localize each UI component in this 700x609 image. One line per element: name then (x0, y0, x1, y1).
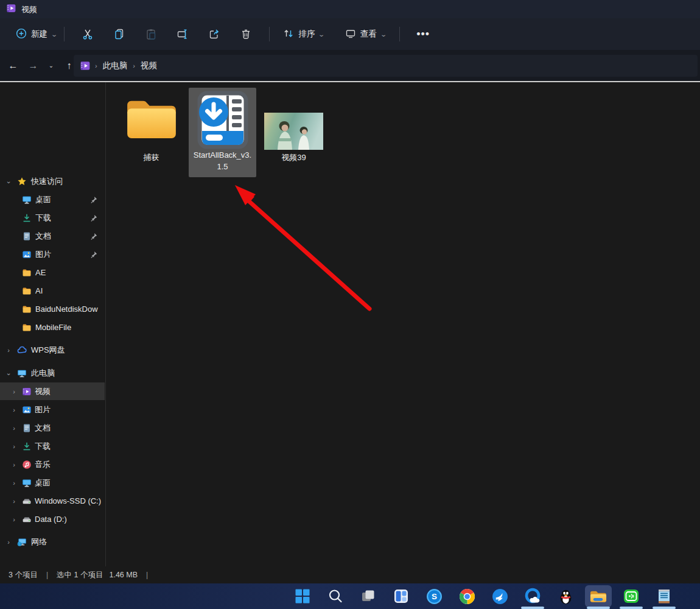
file-tile-startallback-selected[interactable]: StartAllBack_v3. 1.5 (189, 88, 256, 177)
star-icon (17, 177, 27, 186)
sidebar-item-label: 此电脑 (31, 368, 55, 379)
sidebar-item-wps-drive[interactable]: › WPS网盘 (0, 341, 105, 359)
file-tile-video39[interactable]: 视频39 (260, 88, 327, 177)
copy-button[interactable] (103, 23, 135, 46)
sidebar-item-desktop-pc[interactable]: › 桌面 (0, 474, 105, 491)
sort-button[interactable]: 排序 ⌄ (277, 23, 330, 46)
task-view-button[interactable] (352, 583, 385, 609)
taskbar-icons: S (286, 583, 681, 609)
chrome-button[interactable] (450, 583, 483, 609)
share-icon (208, 28, 220, 40)
sidebar-item-music[interactable]: › 音乐 (0, 456, 105, 473)
paste-button[interactable] (135, 23, 167, 46)
share-button[interactable] (198, 23, 230, 46)
copy-icon (113, 28, 125, 40)
qq-browser-button[interactable] (516, 583, 549, 609)
qq-button[interactable] (549, 583, 582, 609)
screen-recorder-button[interactable] (615, 583, 648, 609)
paste-icon (145, 28, 157, 40)
dingtalk-button[interactable] (483, 583, 516, 609)
forward-button[interactable]: → (24, 56, 43, 76)
chevron-collapsed-icon[interactable]: › (10, 406, 18, 414)
title-bar: 视频 (0, 0, 700, 18)
folder-icon (22, 286, 32, 296)
file-tile-capture-folder[interactable]: 捕获 (117, 88, 185, 177)
chevron-down-icon: ⌄ (380, 31, 387, 38)
toolbar-divider (399, 27, 400, 41)
sidebar-item-label: 快速访问 (31, 176, 63, 187)
cloud-icon (17, 345, 27, 355)
sidebar-item-pictures[interactable]: 图片 (0, 245, 105, 263)
sidebar-item-ai[interactable]: AI (0, 282, 105, 300)
pin-icon (90, 196, 97, 203)
chevron-collapsed-icon[interactable]: › (10, 498, 18, 505)
delete-icon (240, 28, 252, 40)
notepad-icon (656, 588, 673, 605)
downloads-icon (22, 442, 32, 451)
view-button[interactable]: 查看 ⌄ (339, 23, 392, 46)
rename-button[interactable] (167, 23, 198, 46)
delete-button[interactable] (230, 23, 262, 46)
file-name-line2: 1.5 (189, 161, 256, 172)
sidebar-item-desktop[interactable]: 桌面 (0, 191, 105, 208)
sidebar-item-label: WPS网盘 (31, 345, 65, 356)
chevron-expanded-icon[interactable]: ⌄ (5, 369, 12, 377)
status-divider: | (146, 571, 148, 579)
pictures-icon (22, 250, 32, 259)
sidebar-item-baidunetdisk[interactable]: BaiduNetdiskDow (0, 300, 105, 318)
sidebar-divider[interactable] (105, 82, 106, 566)
status-divider: | (46, 571, 48, 579)
sidebar-item-this-pc[interactable]: ⌄ 此电脑 (0, 364, 105, 382)
folder-icon (22, 323, 32, 333)
new-button[interactable]: 新建 ⌄ (16, 23, 57, 46)
chevron-collapsed-icon[interactable]: › (5, 538, 12, 546)
sidebar-item-documents[interactable]: 文档 (0, 227, 105, 245)
sidebar-item-data-d[interactable]: › Data (D:) (0, 510, 105, 528)
chevron-collapsed-icon[interactable]: › (10, 443, 18, 450)
chevron-down-icon: ⌄ (51, 31, 58, 38)
start-button[interactable] (286, 583, 319, 609)
sidebar-item-network[interactable]: › 网络 (0, 533, 105, 551)
window-tab[interactable]: 视频 (6, 3, 37, 16)
chevron-collapsed-icon[interactable]: › (10, 424, 18, 432)
sidebar-item-downloads[interactable]: 下载 (0, 209, 105, 227)
sidebar-item-pictures-pc[interactable]: › 图片 (0, 401, 105, 418)
chevron-collapsed-icon[interactable]: › (10, 388, 18, 395)
sidebar-item-downloads-pc[interactable]: › 下载 (0, 437, 105, 455)
chevron-collapsed-icon[interactable]: › (10, 461, 18, 468)
drive-icon (22, 515, 32, 524)
sidebar-item-documents-pc[interactable]: › 文档 (0, 419, 105, 437)
chevron-collapsed-icon[interactable]: › (5, 347, 12, 354)
back-button[interactable]: ← (4, 56, 23, 76)
file-name-line1: StartAllBack_v3. (189, 150, 256, 161)
address-bar: ← → ⌄ ↑ › 此电脑 › 视频 (0, 50, 700, 81)
sidebar-item-ae[interactable]: AE (0, 264, 105, 281)
sidebar-item-windows-ssd-c[interactable]: › Windows-SSD (C:) (0, 492, 105, 510)
sidebar-item-videos[interactable]: › 视频 (0, 382, 105, 400)
sidebar-item-quick-access[interactable]: ⌄ 快速访问 (0, 172, 105, 190)
breadcrumb-videos[interactable]: 视频 (137, 58, 161, 73)
cut-button[interactable] (72, 23, 103, 46)
qq-penguin-icon (558, 588, 574, 605)
sidebar-item-mobilefile[interactable]: MobileFile (0, 319, 105, 336)
widgets-button[interactable] (385, 583, 418, 609)
pin-icon (90, 251, 97, 258)
address-box[interactable]: › 此电脑 › 视频 (74, 55, 698, 77)
notepad-button[interactable] (648, 583, 681, 609)
videos-icon (22, 387, 32, 396)
breadcrumb-this-pc[interactable]: 此电脑 (99, 58, 131, 73)
chevron-collapsed-icon[interactable]: › (10, 479, 18, 487)
search-button[interactable] (319, 583, 352, 609)
installer-icon (189, 91, 256, 149)
sidebar-item-label: 网络 (31, 537, 47, 547)
more-button[interactable]: ••• (407, 23, 439, 46)
s-browser-button[interactable]: S (418, 583, 450, 609)
sidebar-item-label: 音乐 (35, 459, 51, 470)
recent-locations-button[interactable]: ⌄ (44, 56, 58, 76)
chevron-collapsed-icon[interactable]: › (10, 516, 18, 523)
sidebar-item-label: 图片 (35, 404, 51, 415)
file-explorer-button[interactable] (582, 583, 615, 609)
chevron-expanded-icon[interactable]: ⌄ (5, 177, 12, 185)
network-icon (17, 537, 27, 547)
taskbar: S (0, 583, 700, 609)
